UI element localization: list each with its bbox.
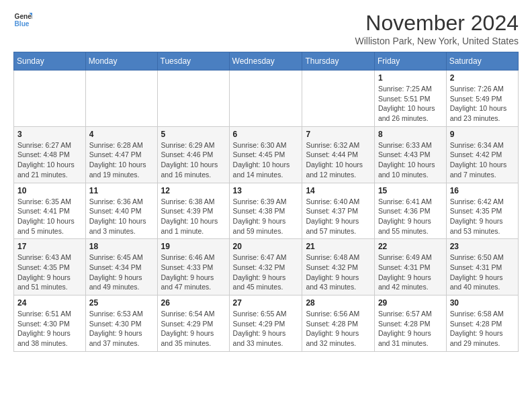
table-row: 17Sunrise: 6:43 AM Sunset: 4:35 PM Dayli… [14,239,86,295]
page-header: General Blue November 2024 Williston Par… [13,11,519,46]
day-info: Sunrise: 6:45 AM Sunset: 4:34 PM Dayligh… [89,253,154,292]
table-row: 10Sunrise: 6:35 AM Sunset: 4:41 PM Dayli… [14,183,86,239]
table-row: 25Sunrise: 6:53 AM Sunset: 4:30 PM Dayli… [85,295,157,352]
header-thursday: Thursday [302,52,375,71]
day-info: Sunrise: 6:40 AM Sunset: 4:37 PM Dayligh… [306,197,371,236]
calendar-week-row: 1Sunrise: 7:25 AM Sunset: 5:51 PM Daylig… [14,71,519,127]
day-info: Sunrise: 6:58 AM Sunset: 4:28 PM Dayligh… [450,309,515,349]
calendar-header-row: Sunday Monday Tuesday Wednesday Thursday… [14,52,519,71]
table-row: 6Sunrise: 6:30 AM Sunset: 4:45 PM Daylig… [229,126,302,183]
table-row [14,71,86,127]
table-row [302,71,375,127]
day-number: 6 [233,130,299,139]
header-monday: Monday [85,52,157,71]
day-number: 7 [306,130,371,139]
day-number: 25 [89,298,154,308]
day-info: Sunrise: 6:27 AM Sunset: 4:48 PM Dayligh… [17,140,82,180]
calendar-week-row: 10Sunrise: 6:35 AM Sunset: 4:41 PM Dayli… [14,183,519,239]
day-number: 21 [306,242,371,251]
day-info: Sunrise: 6:42 AM Sunset: 4:35 PM Dayligh… [450,197,515,236]
table-row: 28Sunrise: 6:56 AM Sunset: 4:28 PM Dayli… [302,295,375,352]
calendar-week-row: 17Sunrise: 6:43 AM Sunset: 4:35 PM Dayli… [14,239,519,295]
day-number: 15 [378,186,443,195]
day-number: 27 [233,298,299,308]
table-row: 13Sunrise: 6:39 AM Sunset: 4:38 PM Dayli… [229,183,302,239]
day-number: 30 [450,298,515,308]
day-info: Sunrise: 6:33 AM Sunset: 4:43 PM Dayligh… [378,140,443,180]
day-info: Sunrise: 6:43 AM Sunset: 4:35 PM Dayligh… [17,253,82,292]
day-number: 1 [378,73,443,83]
day-info: Sunrise: 6:38 AM Sunset: 4:39 PM Dayligh… [161,197,226,236]
table-row: 3Sunrise: 6:27 AM Sunset: 4:48 PM Daylig… [14,126,86,183]
calendar-week-row: 24Sunrise: 6:51 AM Sunset: 4:30 PM Dayli… [14,295,519,352]
header-sunday: Sunday [14,52,86,71]
day-info: Sunrise: 7:25 AM Sunset: 5:51 PM Dayligh… [378,84,443,124]
table-row: 4Sunrise: 6:28 AM Sunset: 4:47 PM Daylig… [85,126,157,183]
logo-icon: General Blue [13,11,32,30]
table-row: 2Sunrise: 7:26 AM Sunset: 5:49 PM Daylig… [446,71,518,127]
svg-text:Blue: Blue [15,20,30,28]
table-row: 26Sunrise: 6:54 AM Sunset: 4:29 PM Dayli… [157,295,229,352]
day-info: Sunrise: 6:28 AM Sunset: 4:47 PM Dayligh… [89,140,154,180]
table-row: 5Sunrise: 6:29 AM Sunset: 4:46 PM Daylig… [157,126,229,183]
header-saturday: Saturday [446,52,518,71]
day-info: Sunrise: 6:46 AM Sunset: 4:33 PM Dayligh… [161,253,226,292]
day-info: Sunrise: 6:55 AM Sunset: 4:29 PM Dayligh… [233,309,299,349]
day-number: 23 [450,242,515,251]
header-friday: Friday [374,52,446,71]
table-row: 22Sunrise: 6:49 AM Sunset: 4:31 PM Dayli… [374,239,446,295]
table-row [85,71,157,127]
day-number: 26 [161,298,226,308]
day-number: 29 [378,298,443,308]
header-tuesday: Tuesday [157,52,229,71]
table-row: 20Sunrise: 6:47 AM Sunset: 4:32 PM Dayli… [229,239,302,295]
table-row: 24Sunrise: 6:51 AM Sunset: 4:30 PM Dayli… [14,295,86,352]
day-info: Sunrise: 6:29 AM Sunset: 4:46 PM Dayligh… [161,140,226,180]
day-info: Sunrise: 6:34 AM Sunset: 4:42 PM Dayligh… [450,140,515,180]
subtitle: Williston Park, New York, United States [355,36,519,46]
day-number: 19 [161,242,226,251]
day-info: Sunrise: 6:51 AM Sunset: 4:30 PM Dayligh… [17,309,82,349]
day-info: Sunrise: 6:48 AM Sunset: 4:32 PM Dayligh… [306,253,371,292]
calendar-week-row: 3Sunrise: 6:27 AM Sunset: 4:48 PM Daylig… [14,126,519,183]
day-number: 28 [306,298,371,308]
day-number: 16 [450,186,515,195]
day-number: 4 [89,130,154,139]
title-section: November 2024 Williston Park, New York, … [355,11,519,46]
table-row: 7Sunrise: 6:32 AM Sunset: 4:44 PM Daylig… [302,126,375,183]
logo: General Blue [13,11,32,30]
day-number: 20 [233,242,299,251]
day-number: 14 [306,186,371,195]
day-number: 12 [161,186,226,195]
day-info: Sunrise: 6:35 AM Sunset: 4:41 PM Dayligh… [17,197,82,236]
day-number: 22 [378,242,443,251]
table-row: 1Sunrise: 7:25 AM Sunset: 5:51 PM Daylig… [374,71,446,127]
day-info: Sunrise: 6:50 AM Sunset: 4:31 PM Dayligh… [450,253,515,292]
table-row: 12Sunrise: 6:38 AM Sunset: 4:39 PM Dayli… [157,183,229,239]
day-info: Sunrise: 6:53 AM Sunset: 4:30 PM Dayligh… [89,309,154,349]
table-row [157,71,229,127]
day-number: 11 [89,186,154,195]
table-row: 21Sunrise: 6:48 AM Sunset: 4:32 PM Dayli… [302,239,375,295]
table-row: 16Sunrise: 6:42 AM Sunset: 4:35 PM Dayli… [446,183,518,239]
day-number: 2 [450,73,515,83]
day-info: Sunrise: 6:54 AM Sunset: 4:29 PM Dayligh… [161,309,226,349]
table-row: 23Sunrise: 6:50 AM Sunset: 4:31 PM Dayli… [446,239,518,295]
month-title: November 2024 [355,11,519,36]
day-number: 8 [378,130,443,139]
day-info: Sunrise: 6:47 AM Sunset: 4:32 PM Dayligh… [233,253,299,292]
table-row: 9Sunrise: 6:34 AM Sunset: 4:42 PM Daylig… [446,126,518,183]
table-row: 14Sunrise: 6:40 AM Sunset: 4:37 PM Dayli… [302,183,375,239]
day-number: 24 [17,298,82,308]
table-row: 18Sunrise: 6:45 AM Sunset: 4:34 PM Dayli… [85,239,157,295]
day-number: 10 [17,186,82,195]
day-info: Sunrise: 6:39 AM Sunset: 4:38 PM Dayligh… [233,197,299,236]
day-number: 13 [233,186,299,195]
day-info: Sunrise: 6:41 AM Sunset: 4:36 PM Dayligh… [378,197,443,236]
table-row: 29Sunrise: 6:57 AM Sunset: 4:28 PM Dayli… [374,295,446,352]
table-row: 15Sunrise: 6:41 AM Sunset: 4:36 PM Dayli… [374,183,446,239]
day-info: Sunrise: 7:26 AM Sunset: 5:49 PM Dayligh… [450,84,515,124]
table-row: 30Sunrise: 6:58 AM Sunset: 4:28 PM Dayli… [446,295,518,352]
header-wednesday: Wednesday [229,52,302,71]
day-info: Sunrise: 6:56 AM Sunset: 4:28 PM Dayligh… [306,309,371,349]
